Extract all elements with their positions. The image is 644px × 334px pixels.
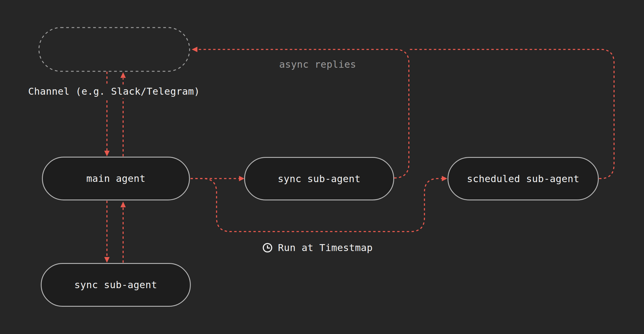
channel-caption: Channel (e.g. Slack/Telegram) [26, 84, 202, 98]
arrowhead-into-channel-right [192, 47, 197, 52]
node-sync-sub-agent-bottom: sync sub-agent [41, 263, 191, 307]
arrowhead-into-main-bottom [120, 202, 126, 207]
node-channel [39, 28, 190, 71]
arrowhead-into-mid-sync-left [239, 176, 244, 181]
node-main-agent-label: main agent [86, 173, 146, 184]
node-sync-sub-agent-mid: sync sub-agent [244, 157, 394, 200]
node-main-agent: main agent [42, 157, 190, 200]
node-scheduled-sub-agent: scheduled sub-agent [448, 157, 599, 200]
arrowhead-into-bottom-sync-top [104, 257, 110, 263]
run-at-timestamp-label: Run at Timestmap [278, 242, 373, 253]
diagram-canvas: main agent sync sub-agent scheduled sub-… [0, 0, 644, 334]
node-sync-sub-agent-bottom-label: sync sub-agent [74, 279, 157, 291]
arrowhead-into-scheduled-left [442, 176, 447, 181]
arrowhead-into-main-top [104, 151, 110, 156]
node-scheduled-sub-agent-label: scheduled sub-agent [467, 173, 580, 185]
async-replies-caption: async replies [279, 59, 356, 70]
clock-icon [262, 243, 273, 253]
arrowhead-into-channel-bottom [120, 72, 126, 78]
run-at-timestamp-caption: Run at Timestmap [262, 242, 373, 253]
node-sync-sub-agent-mid-label: sync sub-agent [278, 173, 361, 185]
